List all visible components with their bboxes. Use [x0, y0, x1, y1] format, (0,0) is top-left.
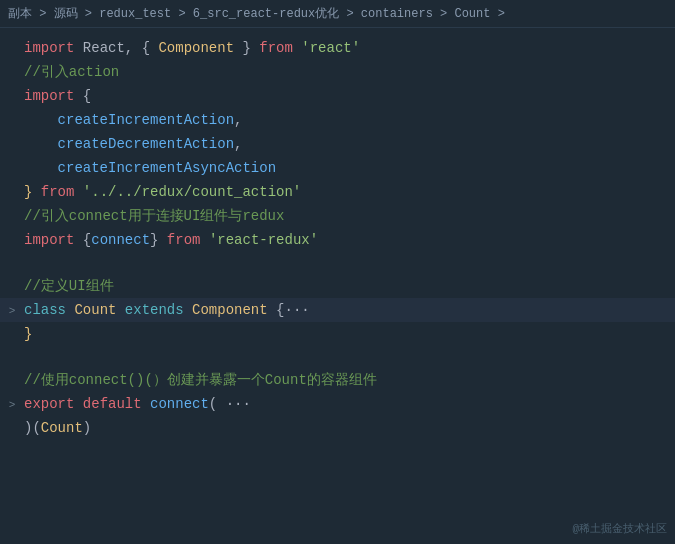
line-content: } from '../../redux/count_action' [20, 181, 675, 203]
code-line: createDecrementAction, [0, 132, 675, 156]
line-content: //引入connect用于连接UI组件与redux [20, 205, 675, 227]
breadcrumb-bar: 副本 > 源码 > redux_test > 6_src_react-redux… [0, 0, 675, 28]
code-line: //引入action [0, 60, 675, 84]
token-str: 'react-redux' [209, 232, 318, 248]
token-plain [184, 302, 192, 318]
token-plain: React, { [74, 40, 158, 56]
token-fn: createIncrementAction [58, 112, 234, 128]
line-content: } [20, 323, 675, 345]
token-brace: } [24, 326, 32, 342]
code-line: //引入connect用于连接UI组件与redux [0, 204, 675, 228]
token-kw-blue: extends [125, 302, 184, 318]
line-content: createDecrementAction, [20, 133, 675, 155]
token-str: 'react' [301, 40, 360, 56]
line-content: class Count extends Component {··· [20, 299, 675, 321]
line-content: createIncrementAction, [20, 109, 675, 131]
token-fn: connect [91, 232, 150, 248]
token-plain: { [74, 232, 91, 248]
token-cn: Count [41, 420, 83, 436]
code-line: //使用connect()(）创建并暴露一个Count的容器组件 [0, 368, 675, 392]
token-kw: import [24, 40, 74, 56]
code-line: } from '../../redux/count_action' [0, 180, 675, 204]
token-plain: { [74, 88, 91, 104]
line-content: export default connect( ··· [20, 393, 675, 415]
line-content: import React, { Component } from 'react' [20, 37, 675, 59]
token-plain [74, 184, 82, 200]
token-cn: Component [158, 40, 234, 56]
line-content: )(Count) [20, 417, 675, 439]
line-content: createIncrementAsyncAction [20, 157, 675, 179]
token-kw: export [24, 396, 74, 412]
token-plain: , [234, 112, 242, 128]
code-line: //定义UI组件 [0, 274, 675, 298]
token-from-kw: from [259, 40, 293, 56]
token-from-kw: from [167, 232, 201, 248]
code-line: } [0, 322, 675, 346]
token-fn: createIncrementAsyncAction [58, 160, 276, 176]
code-line: import { [0, 84, 675, 108]
token-kw-blue: class [24, 302, 66, 318]
code-line: createIncrementAsyncAction [0, 156, 675, 180]
token-kw: default [83, 396, 142, 412]
code-line [0, 252, 675, 274]
token-plain [116, 302, 124, 318]
code-line [0, 346, 675, 368]
line-content: //使用connect()(）创建并暴露一个Count的容器组件 [20, 369, 675, 391]
line-arrow[interactable]: > [0, 399, 20, 411]
token-plain [24, 160, 58, 176]
code-line: >class Count extends Component {··· [0, 298, 675, 322]
token-fn: connect [150, 396, 209, 412]
token-plain [200, 232, 208, 248]
code-line: >export default connect( ··· [0, 392, 675, 416]
line-content: //引入action [20, 61, 675, 83]
token-cn: Count [74, 302, 116, 318]
line-arrow[interactable]: > [0, 305, 20, 317]
token-ellipsis: ··· [285, 302, 310, 318]
token-plain: { [268, 302, 285, 318]
token-kw: import [24, 232, 74, 248]
line-content: //定义UI组件 [20, 275, 675, 297]
token-plain: )( [24, 420, 41, 436]
watermark: @稀土掘金技术社区 [572, 521, 667, 536]
token-comment: //引入action [24, 64, 119, 80]
token-plain [24, 112, 58, 128]
token-plain [74, 396, 82, 412]
token-ellipsis: ··· [226, 396, 251, 412]
code-line: import {connect} from 'react-redux' [0, 228, 675, 252]
token-plain: } [234, 40, 259, 56]
code-line: import React, { Component } from 'react' [0, 36, 675, 60]
token-plain: ) [83, 420, 91, 436]
token-str: '../../redux/count_action' [83, 184, 301, 200]
line-content: import {connect} from 'react-redux' [20, 229, 675, 251]
code-line: )(Count) [0, 416, 675, 440]
token-plain: ( [209, 396, 226, 412]
token-from-kw: from [41, 184, 75, 200]
token-plain [24, 136, 58, 152]
token-kw: import [24, 88, 74, 104]
token-plain: , [234, 136, 242, 152]
code-editor: import React, { Component } from 'react'… [0, 28, 675, 544]
token-comment: //定义UI组件 [24, 278, 114, 294]
token-plain [32, 184, 40, 200]
line-content: import { [20, 85, 675, 107]
breadcrumb-text: 副本 > 源码 > redux_test > 6_src_react-redux… [8, 5, 505, 22]
code-line: createIncrementAction, [0, 108, 675, 132]
token-plain [142, 396, 150, 412]
token-cn: Component [192, 302, 268, 318]
token-plain: } [150, 232, 167, 248]
token-comment: //使用connect()(）创建并暴露一个Count的容器组件 [24, 372, 377, 388]
token-fn: createDecrementAction [58, 136, 234, 152]
token-comment: //引入connect用于连接UI组件与redux [24, 208, 284, 224]
